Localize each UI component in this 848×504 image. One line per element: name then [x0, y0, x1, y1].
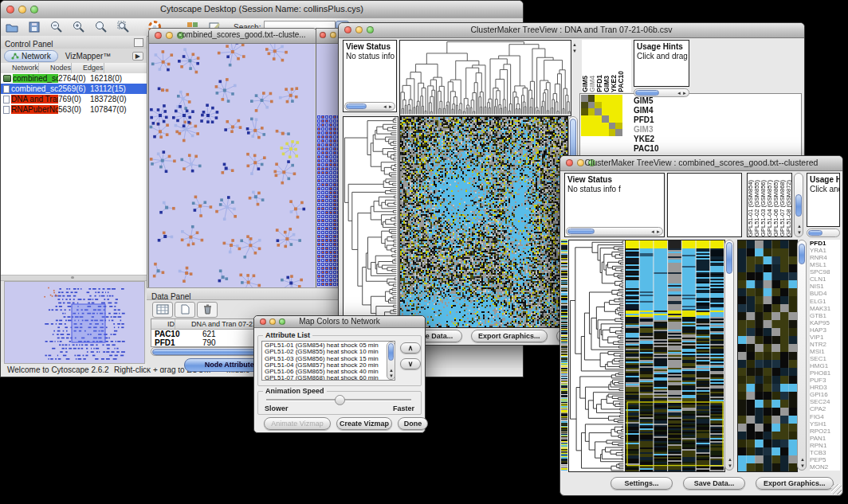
tab-network[interactable]: Network: [4, 50, 58, 62]
main-titlebar[interactable]: Cytoscape Desktop (Session Name: collins…: [1, 1, 523, 19]
gene-label[interactable]: MAK31: [810, 305, 840, 312]
treeview2-action-button[interactable]: Save Data...: [683, 477, 745, 490]
resize-grip[interactable]: [831, 484, 842, 494]
treeview2-action-button[interactable]: Settings...: [610, 477, 673, 490]
dendrogram-scroll-up[interactable]: ▲: [572, 42, 577, 47]
zoom-cell[interactable]: [615, 95, 622, 102]
attribute-list-vscrollbar[interactable]: ▲▼: [387, 342, 395, 380]
gene-label[interactable]: KAP95: [810, 319, 840, 326]
move-down-button[interactable]: ∨: [400, 358, 421, 369]
gene-label[interactable]: HAP3: [810, 326, 840, 334]
dendrogram-scroll-down[interactable]: ▼: [572, 49, 577, 53]
gene-label[interactable]: RPO21: [810, 428, 840, 435]
gene-label[interactable]: CPA2: [810, 405, 840, 412]
close-button[interactable]: [155, 32, 162, 39]
zoom-cell[interactable]: [595, 115, 602, 123]
column-header[interactable]: Edges: [72, 63, 104, 73]
zoom-vscrollbar[interactable]: ▲▼: [797, 240, 807, 471]
treeview2-vscrollbar[interactable]: ▲▼: [724, 240, 734, 471]
zoom-cell[interactable]: [609, 129, 616, 136]
gene-label[interactable]: YRA1: [810, 247, 840, 254]
zoom-cell[interactable]: [609, 123, 616, 130]
zoom-cell[interactable]: [609, 95, 616, 102]
zoom-cell[interactable]: [615, 115, 622, 123]
gene-label[interactable]: NTR2: [810, 341, 840, 348]
open-session-button[interactable]: [3, 20, 21, 34]
treeview1-action-button[interactable]: Export Graphics...: [471, 330, 548, 342]
gene-label[interactable]: MON2: [810, 463, 840, 471]
gene-label[interactable]: PFD1: [634, 115, 659, 125]
speed-slider-thumb[interactable]: [335, 395, 345, 405]
gene-label[interactable]: GTB1: [810, 312, 840, 319]
treeview2-gene-dendrogram[interactable]: [568, 240, 626, 472]
gene-label[interactable]: PUF3: [810, 377, 840, 384]
network-view-titlebar[interactable]: combined_scores_good.txt--cluste...: [149, 29, 316, 44]
zoom-cell[interactable]: [588, 108, 595, 115]
gene-label[interactable]: PEP5: [810, 456, 840, 463]
treeview2-global-strip[interactable]: [561, 240, 567, 471]
gene-label[interactable]: VIP1: [810, 334, 840, 341]
zoom-cell[interactable]: [595, 95, 602, 102]
create-vizmap-button[interactable]: Create Vizmap: [336, 417, 392, 430]
animate-vizmap-button[interactable]: Animate Vizmap: [264, 417, 331, 430]
gene-label[interactable]: SPC98: [810, 268, 840, 275]
gene-label[interactable]: HRD3: [810, 384, 840, 391]
zoom-cell[interactable]: [602, 102, 609, 109]
zoom-cell[interactable]: [602, 115, 609, 123]
zoom-cell[interactable]: [581, 108, 588, 115]
gene-label[interactable]: MSI1: [810, 348, 840, 355]
zoom-cell[interactable]: [615, 123, 622, 130]
attribute-select-button[interactable]: [152, 302, 173, 318]
column-header[interactable]: Network: [1, 63, 39, 73]
zoom-cell[interactable]: [581, 102, 588, 109]
usage-hints-hscrollbar[interactable]: [807, 229, 840, 237]
zoom-cell[interactable]: [595, 129, 602, 136]
attribute-list-item[interactable]: GPL51-07 (GSM868) heat shock 60 min: [265, 375, 395, 381]
done-button[interactable]: Done: [398, 417, 428, 430]
tab-vizmapper[interactable]: VizMapper™: [58, 50, 119, 62]
minimize-button[interactable]: [330, 32, 336, 38]
gene-label[interactable]: GIM3: [634, 125, 659, 135]
zoom-cell[interactable]: [581, 129, 588, 136]
gene-label[interactable]: MSL1: [810, 261, 840, 268]
zoom-cell[interactable]: [581, 123, 588, 130]
network-canvas[interactable]: [149, 44, 315, 287]
minimize-button[interactable]: [166, 32, 173, 39]
panel-splitter[interactable]: [1, 275, 147, 281]
zoom-selected-icon[interactable]: [115, 20, 132, 34]
zoom-cell[interactable]: [588, 123, 595, 130]
network-row[interactable]: DNA and Tran 07 769(0) 183728(0): [1, 94, 147, 104]
gene-label[interactable]: GIM4: [634, 106, 659, 115]
zoom-cell[interactable]: [588, 102, 595, 109]
gene-label[interactable]: GIM5: [634, 96, 659, 106]
zoom-out-icon[interactable]: [48, 20, 65, 34]
zoom-cell[interactable]: [602, 123, 609, 130]
gene-label[interactable]: BUD4: [810, 290, 840, 297]
gene-label[interactable]: YSH1: [810, 420, 840, 428]
treeview1-gene-dendrogram[interactable]: [343, 116, 398, 328]
tabs-overflow-button[interactable]: ▶: [132, 52, 143, 61]
new-attribute-button[interactable]: [175, 302, 195, 318]
gene-label[interactable]: NIS1: [810, 283, 840, 290]
delete-attribute-icon[interactable]: [197, 302, 218, 318]
gene-label[interactable]: YKE2: [634, 135, 659, 144]
move-up-button[interactable]: ∧: [400, 342, 421, 354]
column-header[interactable]: Nodes: [39, 63, 72, 73]
gene-label[interactable]: RNR4: [810, 254, 840, 261]
network-table-header[interactable]: NetworkNodesEdges: [1, 63, 147, 74]
close-button[interactable]: [320, 32, 326, 38]
zoom-in-icon[interactable]: [70, 20, 88, 34]
gene-label[interactable]: RPN1: [810, 442, 840, 449]
zoom-cell[interactable]: [581, 115, 588, 123]
network-row[interactable]: combined_scores 2764(0) 16218(0): [1, 73, 147, 84]
zoom-cell[interactable]: [588, 115, 595, 123]
zoom-fit-icon[interactable]: [92, 20, 110, 34]
gene-label[interactable]: PHO81: [810, 369, 840, 377]
gene-label[interactable]: PFD1: [810, 240, 840, 247]
zoom-cell[interactable]: [615, 129, 622, 136]
view-status-hscrollbar[interactable]: ◄►: [566, 227, 663, 236]
zoom-cell[interactable]: [615, 108, 622, 115]
treeview2-titlebar[interactable]: ClusterMaker TreeView : combined_scores_…: [560, 156, 842, 171]
view-status-hscrollbar[interactable]: ◄►: [344, 102, 395, 111]
zoom-cell[interactable]: [595, 123, 602, 130]
